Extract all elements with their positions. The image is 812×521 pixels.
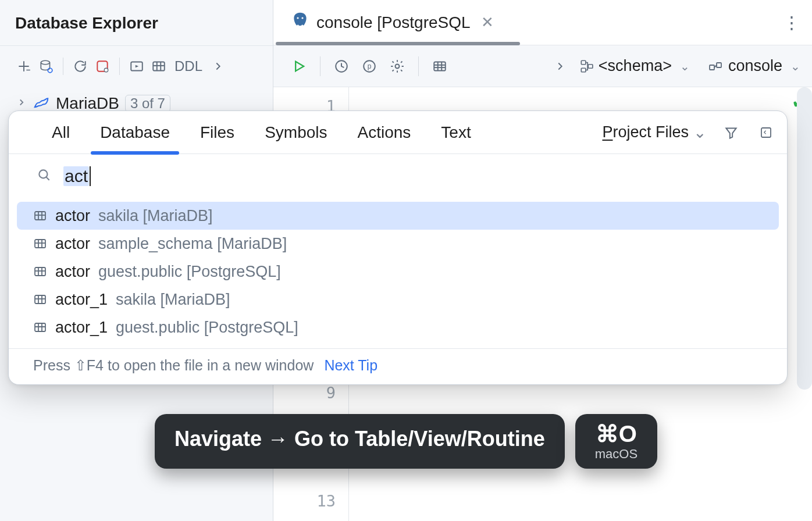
result-name: actor_1	[55, 291, 108, 309]
tab-console[interactable]: console [PostgreSQL ✕	[284, 1, 501, 45]
separator	[418, 56, 419, 76]
svg-rect-51	[35, 323, 45, 331]
sidebar-title: Database Explorer	[0, 0, 273, 46]
separator	[119, 58, 120, 75]
svg-marker-15	[295, 61, 304, 70]
svg-text:p: p	[368, 62, 372, 70]
chevron-down-icon: ⌄	[693, 123, 707, 142]
datasource-properties-icon[interactable]	[35, 55, 57, 77]
svg-rect-28	[710, 65, 714, 70]
result-row[interactable]: actor_1 guest.public [PostgreSQL]	[17, 313, 779, 341]
vertical-scrollbar[interactable]	[797, 87, 812, 390]
result-row[interactable]: actor sakila [MariaDB]	[17, 202, 779, 230]
svg-rect-35	[35, 212, 45, 220]
jump-to-console-icon[interactable]	[126, 55, 148, 77]
editor-tabbar: console [PostgreSQL ✕ ⋮	[273, 0, 812, 45]
chevron-right-icon[interactable]	[547, 53, 573, 79]
svg-point-13	[297, 17, 298, 19]
svg-rect-9	[153, 62, 165, 70]
line-number: 13	[273, 486, 336, 516]
table-icon	[33, 265, 47, 279]
chevron-down-icon: ⌄	[680, 59, 690, 73]
svg-point-6	[104, 68, 108, 72]
tab-label: console [PostgreSQL	[316, 13, 471, 32]
data-grid-icon[interactable]	[427, 53, 453, 79]
result-name: actor	[55, 263, 90, 281]
result-name: actor	[55, 207, 90, 225]
run-icon[interactable]	[286, 53, 312, 79]
text-caret	[90, 166, 91, 186]
postgresql-icon	[291, 11, 309, 34]
search-icon	[37, 167, 52, 185]
svg-rect-47	[35, 295, 45, 304]
svg-marker-8	[136, 65, 138, 67]
mariadb-icon	[33, 95, 50, 112]
tab-files[interactable]: Files	[185, 111, 250, 154]
tab-all[interactable]: All	[37, 111, 85, 154]
svg-rect-29	[717, 63, 721, 67]
schema-label: <schema>	[599, 57, 672, 75]
chevron-right-icon	[16, 96, 27, 111]
result-name: actor_1	[55, 319, 108, 337]
result-row[interactable]: actor sample_schema [MariaDB]	[17, 230, 779, 258]
svg-point-33	[39, 170, 47, 178]
search-input[interactable]: act	[63, 166, 91, 186]
search-tabs: All Database Files Symbols Actions Text …	[9, 111, 787, 154]
result-context: sample_schema [MariaDB]	[98, 235, 287, 253]
result-context: guest.public [PostgreSQL]	[98, 263, 281, 281]
line-number: 10	[273, 408, 336, 439]
svg-point-3	[41, 60, 49, 65]
separator	[320, 56, 320, 76]
result-row[interactable]: actor guest.public [PostgreSQL]	[17, 258, 779, 286]
tab-symbols[interactable]: Symbols	[250, 111, 342, 154]
next-tip-link[interactable]: Next Tip	[324, 357, 377, 374]
svg-rect-43	[35, 267, 45, 276]
schema-selector[interactable]: <schema> ⌄	[575, 57, 693, 75]
table-icon	[33, 320, 47, 334]
svg-point-14	[301, 17, 303, 19]
session-selector[interactable]: console ⌄	[704, 57, 804, 75]
tab-database[interactable]: Database	[85, 111, 185, 154]
result-row[interactable]: actor_1 sakila [MariaDB]	[17, 286, 779, 313]
search-row: act	[9, 154, 787, 198]
tab-text[interactable]: Text	[426, 111, 486, 154]
result-context: sakila [MariaDB]	[98, 207, 213, 225]
editor-toolbar: p <schema> ⌄ console ⌄	[273, 45, 812, 87]
svg-rect-32	[761, 128, 771, 137]
settings-icon[interactable]	[384, 53, 410, 79]
session-label: console	[728, 57, 782, 75]
search-query-text: act	[63, 166, 89, 186]
search-results: actor sakila [MariaDB] actor sample_sche…	[9, 198, 787, 348]
explain-plan-icon[interactable]: p	[357, 53, 382, 79]
close-icon[interactable]: ✕	[478, 13, 494, 31]
tree-node-badge: 3 of 7	[125, 95, 170, 112]
svg-rect-26	[581, 68, 586, 72]
table-icon	[33, 292, 47, 306]
ddl-button[interactable]: DDL	[170, 58, 207, 74]
search-everywhere-popup: All Database Files Symbols Actions Text …	[8, 110, 788, 385]
popup-footer: Press ⇧F4 to open the file in a new wind…	[9, 348, 787, 384]
refresh-icon[interactable]	[69, 55, 91, 77]
kebab-menu-icon[interactable]: ⋮	[776, 9, 806, 36]
svg-point-19	[396, 64, 400, 68]
history-icon[interactable]	[329, 53, 354, 79]
tab-actions[interactable]: Actions	[343, 111, 426, 154]
svg-marker-31	[726, 128, 736, 138]
result-context: sakila [MariaDB]	[116, 291, 230, 309]
result-name: actor	[55, 235, 90, 253]
result-context: guest.public [PostgreSQL]	[116, 319, 298, 337]
table-icon	[33, 209, 47, 223]
scope-selector[interactable]: Project Files ⌄	[602, 123, 707, 142]
chevron-down-icon: ⌄	[790, 59, 800, 73]
filter-icon[interactable]	[721, 122, 742, 143]
svg-rect-25	[581, 60, 586, 65]
svg-line-34	[46, 177, 49, 180]
svg-rect-27	[588, 64, 593, 68]
chevron-right-icon[interactable]	[207, 55, 229, 77]
new-icon[interactable]	[13, 55, 35, 77]
stop-icon[interactable]	[91, 55, 113, 77]
table-view-icon[interactable]	[148, 55, 170, 77]
footer-hint: Press ⇧F4 to open the file in a new wind…	[33, 357, 314, 374]
pin-icon[interactable]	[756, 122, 777, 143]
svg-rect-39	[35, 240, 45, 248]
